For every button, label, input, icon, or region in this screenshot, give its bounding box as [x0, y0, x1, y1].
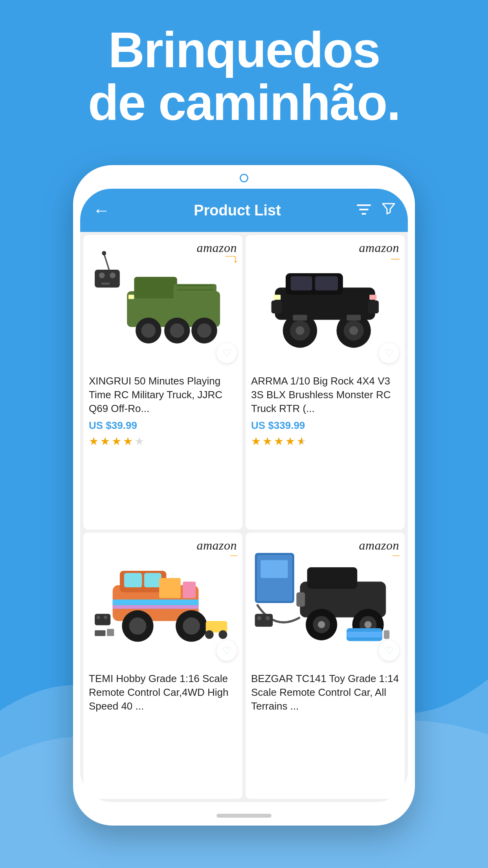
- svg-point-32: [349, 326, 358, 335]
- product-rating-2: ★ ★ ★ ★ ★: [251, 435, 399, 448]
- product-title-4: BEZGAR TC141 Toy Grade 1:14 Scale Remote…: [251, 672, 399, 713]
- svg-rect-59: [261, 560, 288, 578]
- svg-point-55: [205, 630, 214, 639]
- svg-rect-52: [95, 630, 105, 636]
- home-indicator[interactable]: [216, 814, 272, 818]
- back-button[interactable]: ←: [93, 202, 110, 219]
- svg-rect-2: [361, 213, 366, 215]
- svg-rect-71: [384, 630, 390, 639]
- wishlist-button-4[interactable]: ♡: [379, 640, 399, 661]
- product-card[interactable]: amazon ￣⤵: [83, 235, 242, 530]
- product-title-2: ARRMA 1/10 Big Rock 4X4 V3 3S BLX Brushl…: [251, 374, 399, 416]
- svg-rect-43: [159, 578, 181, 598]
- heart-icon: ♡: [222, 347, 231, 359]
- svg-rect-70: [347, 632, 382, 638]
- svg-point-13: [141, 324, 156, 338]
- amazon-badge: amazon ―: [359, 241, 399, 264]
- svg-point-29: [296, 326, 305, 335]
- topbar-title: Product List: [118, 202, 357, 219]
- topbar: ← Product List: [80, 189, 408, 232]
- svg-point-5: [110, 272, 116, 278]
- heart-icon: ♡: [222, 645, 231, 657]
- svg-rect-39: [113, 600, 199, 605]
- product-info-2: ARRMA 1/10 Big Rock 4X4 V3 3S BLX Brushl…: [246, 369, 405, 454]
- product-title-1: XINGRUI 50 Minutes Playing Time RC Milit…: [89, 374, 237, 416]
- svg-point-51: [104, 616, 107, 619]
- product-price-2: US $339.99: [251, 419, 399, 432]
- svg-point-73: [257, 616, 261, 620]
- product-image-area: amazon ―: [246, 533, 405, 666]
- product-info-4: BEZGAR TC141 Toy Grade 1:14 Scale Remote…: [246, 666, 405, 723]
- product-grid: amazon ￣⤵: [80, 232, 408, 802]
- svg-point-68: [365, 621, 372, 628]
- svg-rect-3: [95, 270, 120, 288]
- svg-point-74: [266, 616, 270, 620]
- svg-rect-72: [255, 614, 273, 627]
- svg-point-65: [318, 621, 325, 628]
- product-image-area: amazon ￣⤵: [83, 235, 242, 369]
- svg-rect-49: [95, 614, 110, 625]
- svg-rect-8: [134, 277, 177, 298]
- svg-rect-23: [291, 276, 312, 290]
- svg-point-56: [219, 630, 227, 639]
- svg-rect-18: [128, 295, 134, 299]
- svg-rect-0: [357, 204, 371, 206]
- svg-rect-34: [347, 315, 361, 321]
- svg-point-20: [102, 251, 106, 256]
- product-card[interactable]: amazon ―: [246, 533, 405, 799]
- svg-point-4: [99, 272, 105, 278]
- svg-line-19: [104, 254, 109, 270]
- svg-rect-41: [124, 573, 142, 587]
- svg-rect-24: [315, 276, 338, 290]
- heart-icon: ♡: [385, 645, 394, 657]
- filter-icon[interactable]: [382, 202, 395, 219]
- sort-icon[interactable]: [357, 202, 371, 219]
- product-card[interactable]: amazon ―: [83, 533, 242, 799]
- product-image-area: amazon ―: [83, 533, 242, 666]
- wishlist-button-2[interactable]: ♡: [379, 343, 399, 363]
- svg-rect-42: [144, 573, 161, 587]
- svg-point-48: [183, 618, 200, 635]
- amazon-badge: amazon ―: [359, 538, 399, 559]
- svg-rect-36: [369, 295, 376, 300]
- svg-rect-35: [273, 295, 281, 300]
- svg-rect-1: [359, 209, 369, 210]
- product-card[interactable]: amazon ―: [246, 235, 405, 530]
- wishlist-button-1[interactable]: ♡: [216, 343, 237, 363]
- amazon-badge: amazon ￣⤵: [196, 241, 237, 265]
- svg-rect-33: [293, 315, 307, 321]
- svg-rect-62: [297, 592, 305, 607]
- product-title-3: TEMI Hobby Grade 1:16 Scale Remote Contr…: [89, 672, 237, 713]
- svg-rect-53: [107, 629, 114, 636]
- svg-rect-9: [174, 284, 216, 313]
- svg-rect-25: [272, 300, 282, 313]
- wishlist-button-3[interactable]: ♡: [216, 640, 237, 661]
- amazon-badge: amazon ―: [196, 538, 237, 559]
- svg-rect-26: [368, 300, 379, 313]
- product-info-1: XINGRUI 50 Minutes Playing Time RC Milit…: [83, 369, 242, 454]
- product-info-3: TEMI Hobby Grade 1:16 Scale Remote Contr…: [83, 666, 242, 723]
- svg-point-50: [97, 616, 100, 619]
- svg-rect-6: [101, 283, 110, 285]
- svg-rect-61: [307, 567, 358, 589]
- phone-screen: ← Product List: [80, 189, 408, 802]
- product-image-area: amazon ―: [246, 235, 405, 369]
- svg-rect-44: [183, 581, 196, 598]
- phone-mockup: ← Product List: [73, 165, 415, 826]
- svg-rect-40: [113, 605, 199, 609]
- heart-icon: ♡: [385, 347, 394, 359]
- svg-point-17: [197, 324, 211, 338]
- hero-title: Brinquedos de caminhão.: [0, 0, 488, 129]
- svg-point-15: [170, 324, 184, 338]
- svg-point-46: [129, 618, 147, 635]
- topbar-actions: [357, 202, 395, 219]
- product-price-1: US $39.99: [89, 419, 237, 432]
- phone-camera: [240, 174, 248, 182]
- product-rating-1: ★ ★ ★ ★ ★: [89, 435, 237, 448]
